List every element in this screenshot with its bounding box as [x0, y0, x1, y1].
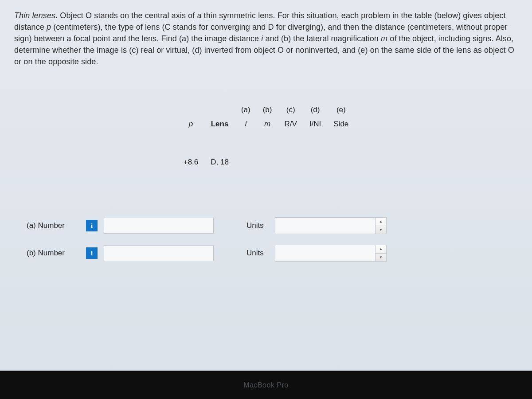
units-label-a: Units — [246, 221, 269, 230]
table-row: +8.6 D, 18 — [177, 155, 355, 207]
units-select-b[interactable]: ▲ ▼ — [275, 245, 387, 262]
stepper-icon[interactable]: ▲ ▼ — [375, 218, 386, 234]
cell: m — [257, 117, 278, 155]
units-label-b: Units — [246, 249, 269, 258]
chevron-down-icon: ▼ — [379, 256, 383, 259]
chevron-up-icon: ▲ — [379, 247, 383, 251]
label-a: (a) Number — [27, 221, 80, 230]
cell: p — [177, 117, 205, 155]
chevron-up-icon: ▲ — [379, 220, 383, 223]
sym-m: m — [381, 34, 387, 43]
label-b: (b) Number — [27, 249, 80, 258]
sym-p: p — [47, 23, 51, 31]
info-icon[interactable]: i — [86, 220, 98, 231]
cell: (b) — [257, 103, 278, 117]
laptop-bezel: MacBook Pro — [0, 371, 532, 399]
cell — [204, 103, 235, 117]
cell: i — [235, 117, 257, 155]
units-select-a[interactable]: ▲ ▼ — [275, 217, 387, 234]
cell: I/NI — [303, 117, 327, 155]
table-super-header: (a) (b) (c) (d) (e) — [177, 103, 355, 117]
cell — [177, 103, 205, 117]
cell: (a) — [235, 103, 257, 117]
chevron-down-icon: ▼ — [379, 228, 383, 232]
lens-table: (a) (b) (c) (d) (e) p Lens i m R/V I/NI … — [177, 103, 355, 207]
cell — [327, 155, 355, 207]
cell — [257, 155, 278, 207]
number-input-b[interactable] — [104, 245, 214, 261]
answer-row-b: (b) Number i Units ▲ ▼ — [27, 245, 518, 262]
cell: D, 18 — [204, 155, 235, 207]
stepper-icon[interactable]: ▲ ▼ — [375, 245, 386, 261]
cell — [303, 155, 327, 207]
question-prompt: Thin lenses. Object O stands on the cent… — [14, 10, 518, 67]
question-page: Thin lenses. Object O stands on the cent… — [0, 0, 532, 371]
prompt-body-3: and (b) the lateral magnification — [263, 34, 381, 43]
answer-row-a: (a) Number i Units ▲ ▼ — [27, 217, 518, 234]
cell — [235, 155, 257, 207]
cell: (d) — [303, 103, 327, 117]
cell: +8.6 — [177, 155, 205, 207]
cell: R/V — [278, 117, 303, 155]
cell: (c) — [278, 103, 303, 117]
device-brand: MacBook Pro — [243, 381, 289, 389]
number-input-a[interactable] — [104, 218, 214, 234]
prompt-lead: Thin lenses. — [14, 11, 58, 20]
info-icon[interactable]: i — [86, 247, 98, 259]
data-table-wrapper: (a) (b) (c) (d) (e) p Lens i m R/V I/NI … — [14, 103, 518, 207]
cell: Lens — [204, 117, 235, 155]
cell — [278, 155, 303, 207]
cell: (e) — [327, 103, 355, 117]
answer-inputs: (a) Number i Units ▲ ▼ (b) Number i Unit… — [14, 217, 518, 262]
cell: Side — [327, 117, 355, 155]
table-header: p Lens i m R/V I/NI Side — [177, 117, 355, 155]
